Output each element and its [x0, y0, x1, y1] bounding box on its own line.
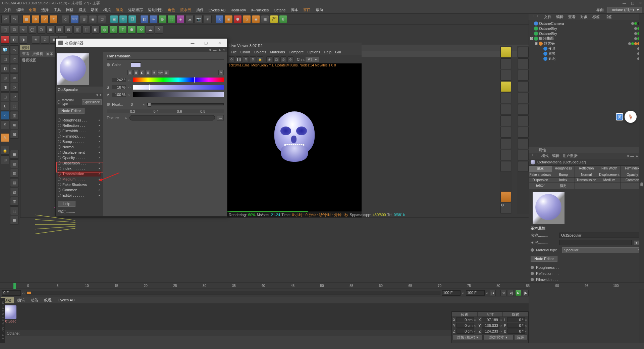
attr-tab-Normal[interactable]: Normal — [575, 172, 598, 177]
s-icon[interactable]: S — [243, 15, 251, 23]
channel-row-displacement[interactable]: Displacement✓ — [58, 150, 101, 155]
coord-mode2-dropdown[interactable]: 绝对尺寸 ▾ — [483, 335, 514, 340]
lt2-6[interactable]: ↗ — [10, 92, 19, 101]
menu-window[interactable]: 窗口 — [301, 7, 313, 13]
tag-dot[interactable] — [634, 42, 637, 45]
menu-xpart[interactable]: X-Particles — [249, 7, 271, 13]
channel-check-icon[interactable]: ✓ — [98, 188, 101, 192]
tag-dot[interactable] — [631, 22, 634, 25]
v-stepper[interactable]: ‹› — [128, 93, 131, 97]
tool-c[interactable]: ฿ — [279, 15, 287, 23]
sat-slider[interactable] — [133, 85, 224, 90]
t2-10[interactable]: ⬚ — [83, 26, 91, 34]
object-row[interactable]: 延迟 — [530, 56, 643, 61]
lt2-g2[interactable]: ▨ — [10, 159, 19, 168]
lt2-g5[interactable]: ▧ — [10, 188, 19, 196]
channel-check-icon[interactable]: ✓ — [98, 183, 101, 186]
float-radio[interactable] — [107, 103, 110, 106]
channel-check-icon[interactable]: ✓ — [98, 172, 101, 176]
channel-check-icon[interactable]: ✓ — [98, 167, 101, 170]
attr-layer-input[interactable] — [559, 240, 632, 245]
menu-help[interactable]: 帮助 — [314, 7, 325, 13]
texture-slot[interactable] — [129, 115, 215, 120]
frame-end[interactable]: 100 F — [442, 290, 461, 296]
pos-X[interactable]: 0 cm — [457, 317, 474, 322]
minimize-icon[interactable]: — — [623, 1, 626, 5]
tag-dot[interactable] — [628, 42, 631, 45]
is-7[interactable] — [500, 115, 511, 126]
rot-P[interactable]: 0 ° — [507, 323, 525, 328]
undo-icon[interactable]: ↶ — [1, 15, 9, 23]
attr-name-input[interactable] — [559, 233, 642, 238]
channel-row-index.[interactable]: Index. . . . . . .✓ — [58, 166, 101, 171]
om-tab-bookmarks[interactable]: 书签 — [602, 14, 614, 19]
lt2-g7[interactable]: ⬚ — [10, 206, 19, 215]
material-name-field[interactable]: OctSpecular — [56, 87, 103, 93]
channel-radio[interactable] — [58, 145, 61, 149]
attr-material-preview[interactable] — [533, 192, 565, 224]
frame-start[interactable]: 0 F — [2, 290, 21, 296]
t2-6[interactable]: ⊞ — [46, 26, 54, 34]
lt-7[interactable]: L — [1, 102, 9, 110]
attr-tab-userdata[interactable]: 用户数据 — [563, 153, 578, 158]
object-row[interactable]: OctaneSky — [530, 31, 643, 36]
colormode-7-icon[interactable]: ▥ — [164, 70, 169, 75]
menu-select[interactable]: 选择 — [39, 7, 51, 13]
rot-B[interactable]: 0 ° — [507, 329, 525, 334]
close-icon[interactable]: ✕ — [639, 1, 642, 5]
channel-radio[interactable] — [58, 151, 61, 154]
t3-4[interactable]: ☀ — [32, 36, 40, 44]
channel-check-icon[interactable]: ✓ — [98, 124, 101, 127]
me-maximize-icon[interactable]: ▢ — [201, 41, 211, 45]
attr-tab-Medium[interactable]: Medium — [598, 178, 621, 183]
tool-8[interactable]: ◉ — [89, 15, 97, 23]
lv-menu-compare[interactable]: Compare — [287, 50, 305, 54]
object-row[interactable]: OctaneCamera — [530, 21, 643, 26]
lt-3[interactable]: ◧ — [1, 64, 9, 73]
scale-icon[interactable]: ⤢ — [41, 15, 49, 23]
iso-3[interactable] — [518, 70, 529, 81]
channel-radio[interactable] — [58, 140, 61, 143]
is-8[interactable] — [500, 127, 511, 138]
colormode-4-icon[interactable]: ▨ — [146, 70, 151, 75]
attr-tab-Roughness[interactable]: Roughness — [552, 166, 575, 172]
lt-points[interactable]: ⁘ — [1, 111, 9, 120]
float-slider[interactable] — [147, 103, 224, 105]
layout-dropdown[interactable]: octane (用户) ▾ — [607, 7, 642, 13]
lv-menu-help[interactable]: Help — [323, 50, 333, 54]
is-3[interactable] — [500, 70, 511, 81]
attr-tab-edit[interactable]: 编辑 — [552, 153, 559, 158]
iso-7[interactable] — [518, 115, 529, 126]
bt-edit[interactable]: 编辑 — [15, 297, 28, 303]
live-viewer-title[interactable]: Live Viewer 3.07-R2 — [227, 43, 362, 49]
attr-tab-Bump[interactable]: Bump — [552, 172, 575, 177]
lv-sphere-icon[interactable]: ◉ — [266, 56, 272, 62]
menu-snap[interactable]: 捕捉 — [76, 7, 88, 13]
t2-12[interactable]: ◍ — [101, 26, 109, 34]
menu-char[interactable]: 角色 — [166, 7, 177, 13]
attr-tab-基本[interactable]: 基本 — [529, 166, 552, 172]
is-5[interactable] — [500, 93, 511, 103]
vp-menu-disp[interactable]: 显示 — [46, 51, 53, 56]
channel-check-icon[interactable]: ✓ — [98, 140, 101, 143]
lv-lock-icon[interactable]: 🔒 — [257, 56, 263, 62]
expand-icon[interactable]: ⊟ — [530, 36, 533, 41]
menu-anim[interactable]: 动画 — [89, 7, 100, 13]
om-tab-file[interactable]: 文件 — [542, 14, 553, 19]
move-icon[interactable]: ✥ — [32, 15, 40, 23]
channel-row-opacity[interactable]: Opacity . . . . .✓ — [58, 155, 101, 160]
iso-9[interactable] — [518, 138, 529, 149]
channel-radio[interactable] — [58, 172, 61, 176]
lt2-4[interactable]: ⊂ — [10, 73, 19, 82]
timeline-scrollbar[interactable] — [26, 291, 440, 295]
t2-1[interactable]: ⬚ — [1, 26, 9, 34]
lv-settings-icon[interactable]: ⚙ — [250, 56, 256, 62]
vp-menu-cam[interactable]: 摄像机 — [32, 51, 43, 56]
t2-2[interactable]: ⊡ — [10, 26, 18, 34]
menu-octane[interactable]: Octane — [272, 7, 287, 13]
channel-radio[interactable] — [58, 194, 61, 197]
lv-menu-gui[interactable]: Gui — [334, 50, 342, 54]
channel-check-icon[interactable]: ✓ — [98, 129, 101, 133]
channel-row-dispersion[interactable]: Dispersion . . .✓ — [58, 160, 101, 166]
colormode-5-icon[interactable]: ⊞ — [152, 70, 157, 75]
